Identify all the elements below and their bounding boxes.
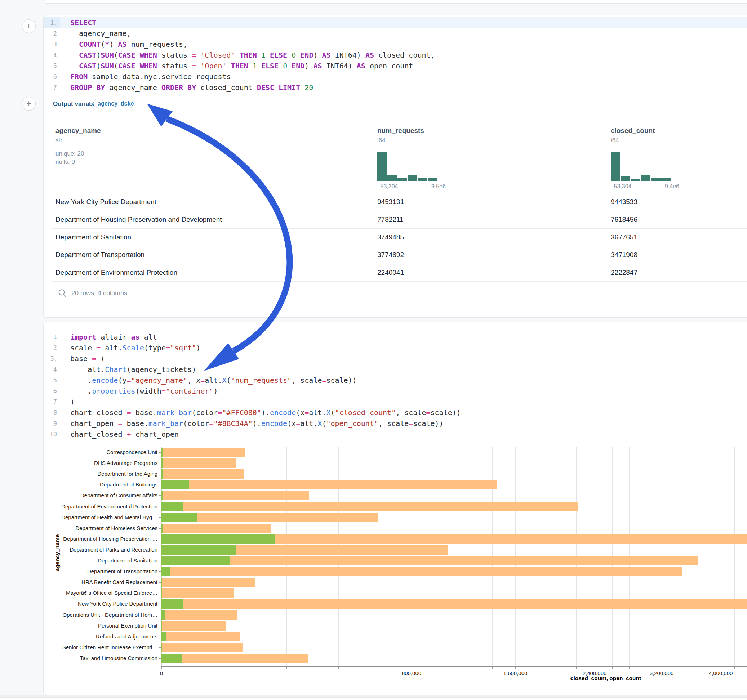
python-code-editor[interactable]: 1import altair as alt2scale = alt.Scale(… (44, 332, 747, 440)
table-row[interactable]: New York City Police Department945313194… (52, 193, 747, 211)
column-stat: unique: 20 (56, 150, 84, 157)
table-cell: 7618456 (611, 211, 637, 228)
histogram-max-label: 9.5e6 (431, 183, 446, 190)
code-line[interactable]: 8chart_closed = base.mark_bar(color="#FF… (44, 407, 747, 418)
line-number: 8 (44, 407, 60, 418)
y-axis-label: Department of Homeless Services (45, 525, 157, 531)
column-type: str (56, 137, 62, 144)
code-line[interactable]: 5 CAST(SUM(CASE WHEN status = 'Open' THE… (44, 60, 747, 71)
histogram-bar (661, 178, 671, 181)
x-axis-tick (629, 667, 629, 669)
x-axis-tick (677, 667, 677, 669)
x-axis-tick-label: 1,600,000 (504, 670, 528, 676)
line-number: 5 (44, 375, 60, 386)
line-number: 7 (44, 82, 60, 93)
code-text: chart_closed + chart_open (60, 430, 179, 439)
column-header[interactable]: closed_count (611, 127, 655, 135)
x-axis-tick (707, 667, 707, 669)
y-axis-label: HRA Benefit Card Replacement (45, 579, 157, 585)
line-number: 3⌄ (44, 353, 60, 364)
x-axis-tick-label: 3,200,000 (650, 670, 674, 676)
bar-closed-count (162, 480, 497, 489)
x-axis-tick (576, 667, 576, 669)
code-line[interactable]: 7GROUP BY agency_name ORDER BY closed_co… (44, 82, 747, 93)
line-number: 1 (44, 332, 60, 342)
code-line[interactable]: 2scale = alt.Scale(type="sqrt") (44, 342, 747, 353)
previous-cell-edge (43, 0, 747, 4)
code-line[interactable]: 1⌄SELECT (44, 17, 747, 28)
bar-open-count (162, 491, 163, 500)
code-text: FROM sample_data.nyc.service_requests (60, 72, 231, 81)
y-axis-tick (159, 474, 162, 474)
table-row[interactable]: Department of Transportation377489234719… (52, 246, 747, 264)
y-axis-label: Department of Sanitation (45, 557, 157, 564)
histogram-bar (387, 175, 397, 181)
code-text: ) (60, 398, 75, 406)
bar-open-count (162, 567, 170, 576)
column-header[interactable]: num_requests (377, 127, 424, 135)
table-row[interactable]: Department of Environmental Protection22… (52, 264, 747, 282)
line-number: 2 (44, 28, 60, 39)
code-line[interactable]: 5 .encode(y="agency_name", x=alt.X("num_… (44, 375, 747, 386)
x-axis-tick-label: 4,000,000 (709, 670, 733, 676)
code-line[interactable]: 3 COUNT(*) AS num_requests, (44, 39, 747, 50)
y-axis-label: Department of Health and Mental Hyg… (45, 514, 157, 520)
y-axis-label: Department of Housing Preservation … (45, 536, 157, 542)
histogram-max-label: 9.4e6 (665, 183, 679, 190)
table-row[interactable]: Department of Housing Preservation and D… (52, 211, 747, 229)
y-axis-tick (159, 561, 162, 561)
plot-top-border (162, 447, 747, 447)
histogram-min-label: 53,304 (614, 183, 632, 190)
bar-closed-count (162, 469, 244, 478)
y-axis-tick (159, 485, 162, 485)
row-count-label: 20 rows, 4 columns (71, 290, 127, 297)
gridline (707, 447, 707, 666)
code-line[interactable]: 1import altair as alt (44, 332, 747, 342)
output-variable-pill[interactable]: agency_tickets (93, 99, 135, 108)
code-line[interactable]: 6 .properties(width="container") (44, 386, 747, 397)
add-cell-button[interactable]: + (22, 20, 36, 33)
code-text: base = ( (60, 355, 105, 363)
code-line[interactable]: 7) (44, 397, 747, 407)
table-row[interactable]: Department of Sanitation37494853677651 (52, 229, 747, 246)
code-text: import altair as alt (60, 333, 157, 341)
bar-closed-count (162, 567, 682, 576)
column-header[interactable]: agency_name (56, 127, 101, 135)
code-line[interactable]: 4 alt.Chart(agency_tickets) (44, 364, 747, 375)
table-cell: 3749485 (377, 229, 404, 246)
line-number: 9 (44, 418, 60, 429)
code-text: CAST(SUM(CASE WHEN status = 'Closed' THE… (60, 51, 435, 59)
sql-code-editor[interactable]: 1⌄SELECT 2 agency_name,3 COUNT(*) AS num… (44, 17, 747, 93)
code-line[interactable]: 2 agency_name, (44, 28, 747, 39)
y-axis-tick (159, 528, 162, 529)
next-cell-edge (0, 697, 747, 700)
dataframe-preview: agency_namestrunique: 20nulls: 0num_requ… (51, 122, 747, 308)
bar-open-count (162, 632, 166, 641)
add-cell-button[interactable]: + (22, 97, 36, 110)
notebook-canvas: { "ui": { "add_cell_label": "+", "arrow_… (0, 0, 747, 700)
divider (44, 111, 747, 111)
code-line[interactable]: 6FROM sample_data.nyc.service_requests (44, 71, 747, 82)
histogram-bar (651, 178, 661, 181)
output-variable-label: Output variable: (53, 97, 100, 111)
histogram-bar (611, 152, 620, 181)
x-axis-tick (338, 667, 339, 669)
code-line[interactable]: 10chart_closed + chart_open (44, 429, 747, 440)
gridline (721, 447, 721, 666)
bar-open-count (162, 459, 163, 468)
table-cell: 3774892 (377, 246, 404, 264)
bar-closed-count (162, 523, 271, 533)
code-line[interactable]: 4 CAST(SUM(CASE WHEN status = 'Closed' T… (44, 50, 747, 60)
code-line[interactable]: 9chart_open = base.mark_bar(color="#8BC3… (44, 418, 747, 429)
table-body: New York City Police Department945313194… (52, 193, 747, 282)
chevron-down-icon[interactable]: ⌄ (54, 21, 57, 26)
chevron-down-icon[interactable]: ⌄ (54, 357, 57, 362)
histogram-bar (428, 178, 437, 181)
histogram-bar (398, 178, 407, 181)
code-line[interactable]: 3⌄base = ( (44, 353, 747, 364)
table-cell: Department of Sanitation (56, 229, 131, 246)
table-cell: Department of Transportation (56, 246, 145, 264)
bar-closed-count (162, 643, 243, 652)
y-axis-label: Correspondence Unit (45, 449, 157, 456)
search-icon[interactable] (57, 288, 67, 298)
